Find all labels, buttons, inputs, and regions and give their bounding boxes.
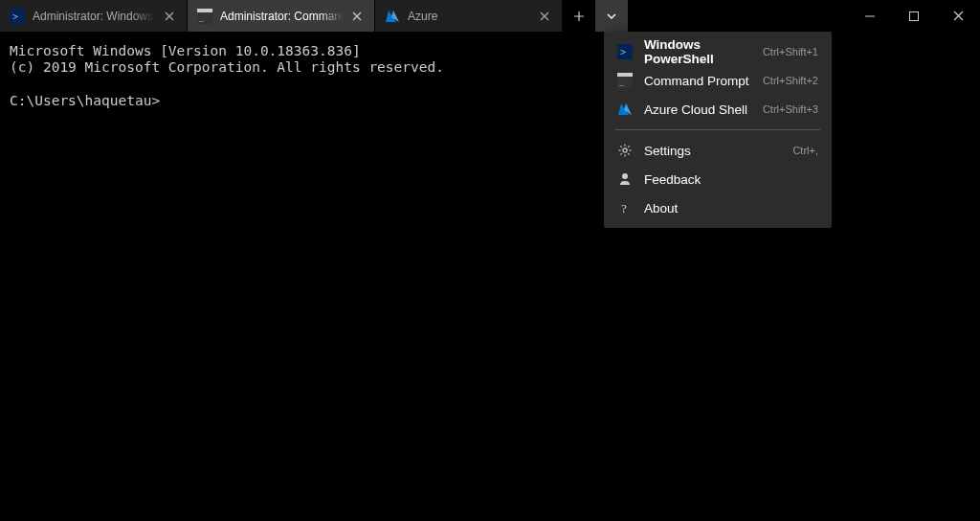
tab-azure[interactable]: Azure — [375, 0, 563, 32]
menu-shortcut: Ctrl+Shift+2 — [763, 75, 818, 86]
tab-dropdown-button[interactable] — [595, 0, 628, 32]
svg-text:>: > — [620, 46, 626, 57]
menu-settings[interactable]: Settings Ctrl+, — [604, 136, 832, 165]
profile-azure[interactable]: Azure Cloud Shell Ctrl+Shift+3 — [604, 95, 832, 124]
tab-cmd[interactable]: _ Administrator: Command Prompt — [188, 0, 375, 32]
svg-text:_: _ — [618, 78, 624, 87]
tabs: > Administrator: Windows PowerShell _ Ad… — [0, 0, 563, 32]
menu-label: Azure Cloud Shell — [644, 102, 763, 117]
cmd-icon: _ — [617, 73, 633, 88]
azure-icon — [617, 102, 633, 117]
svg-text:>: > — [12, 11, 18, 22]
close-icon[interactable] — [349, 9, 365, 24]
menu-label: Settings — [644, 144, 792, 158]
menu-label: Feedback — [644, 172, 818, 187]
menu-separator — [615, 129, 820, 130]
close-button[interactable] — [936, 0, 980, 32]
terminal-line: (c) 2019 Microsoft Corporation. All righ… — [10, 59, 444, 75]
powershell-icon: > — [617, 44, 633, 59]
svg-line-23 — [620, 153, 621, 154]
svg-text:_: _ — [198, 13, 204, 23]
profile-cmd[interactable]: _ Command Prompt Ctrl+Shift+2 — [604, 66, 832, 95]
menu-shortcut: Ctrl+, — [792, 145, 818, 156]
profile-powershell[interactable]: > Windows PowerShell Ctrl+Shift+1 — [604, 37, 832, 66]
svg-rect-7 — [910, 11, 919, 20]
menu-label: About — [644, 201, 818, 215]
svg-point-15 — [623, 148, 627, 152]
close-icon[interactable] — [537, 9, 552, 24]
svg-line-22 — [628, 146, 629, 147]
tab-title: Azure — [408, 10, 531, 23]
menu-about[interactable]: ? About — [604, 193, 832, 222]
tab-powershell[interactable]: > Administrator: Windows PowerShell — [0, 0, 188, 32]
menu-label: Command Prompt — [644, 74, 763, 88]
titlebar-drag-region[interactable] — [628, 0, 848, 32]
new-tab-dropdown: > Windows PowerShell Ctrl+Shift+1 _ Comm… — [604, 32, 832, 228]
tab-title: Administrator: Windows PowerShell — [33, 10, 156, 23]
powershell-icon: > — [10, 9, 25, 24]
terminal-output[interactable]: Microsoft Windows [Version 10.0.18363.83… — [0, 32, 980, 122]
tab-title: Administrator: Command Prompt — [220, 10, 344, 23]
menu-shortcut: Ctrl+Shift+1 — [763, 46, 818, 57]
azure-icon — [385, 9, 400, 24]
gear-icon — [617, 143, 633, 158]
new-tab-button[interactable] — [563, 0, 595, 32]
terminal-prompt: C:\Users\haquetau> — [10, 93, 160, 108]
svg-rect-3 — [197, 9, 212, 12]
menu-feedback[interactable]: Feedback — [604, 165, 832, 193]
minimize-button[interactable] — [848, 0, 892, 32]
close-icon[interactable] — [162, 9, 177, 24]
question-icon: ? — [617, 200, 633, 215]
tabbar-buttons — [563, 0, 628, 32]
svg-line-21 — [628, 153, 629, 154]
menu-shortcut: Ctrl+Shift+3 — [763, 103, 818, 115]
svg-line-20 — [620, 146, 621, 147]
svg-point-24 — [622, 173, 628, 179]
maximize-button[interactable] — [892, 0, 936, 32]
menu-label: Windows PowerShell — [644, 37, 763, 66]
window-controls — [848, 0, 980, 32]
titlebar: > Administrator: Windows PowerShell _ Ad… — [0, 0, 980, 32]
cmd-icon: _ — [197, 9, 212, 24]
svg-text:?: ? — [621, 201, 627, 215]
terminal-line: Microsoft Windows [Version 10.0.18363.83… — [10, 43, 361, 58]
feedback-icon — [617, 171, 633, 187]
svg-rect-11 — [617, 73, 633, 77]
